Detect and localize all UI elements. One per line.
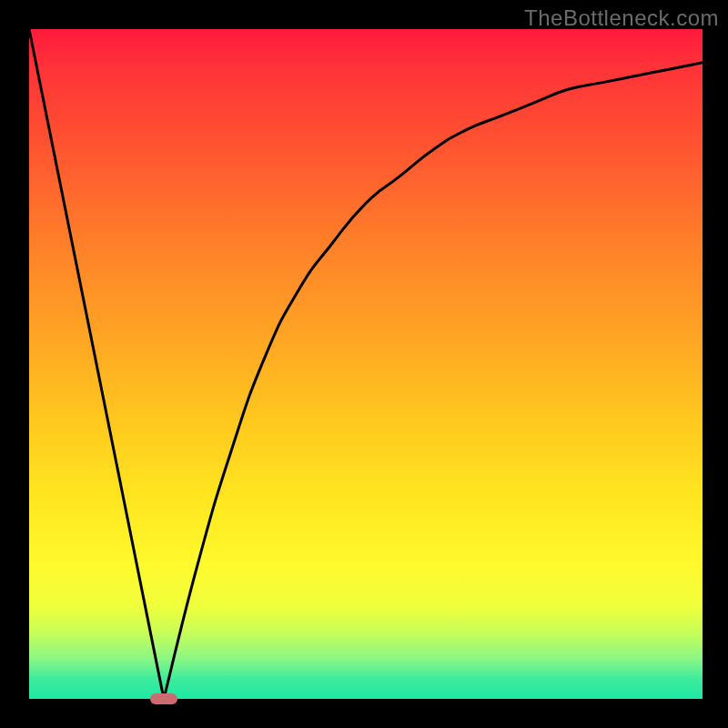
curve-layer [29, 29, 703, 699]
chart-frame: TheBottleneck.com [0, 0, 728, 728]
watermark-text: TheBottleneck.com [524, 5, 719, 31]
bottleneck-curve [29, 29, 703, 699]
plot-area [29, 29, 703, 699]
minimum-marker [150, 693, 177, 704]
